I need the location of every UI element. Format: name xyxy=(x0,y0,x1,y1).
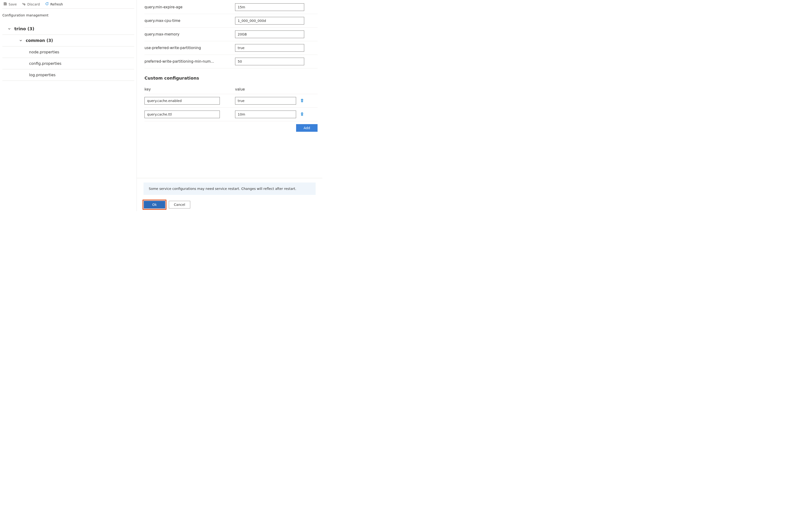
ok-button-highlight: Ok xyxy=(144,201,165,209)
kv-row xyxy=(144,94,318,108)
config-label: use-preferred-write-partitioning xyxy=(144,46,235,50)
custom-key-input[interactable] xyxy=(144,110,220,118)
tree-item-label: node.properties xyxy=(29,50,59,54)
undo-icon xyxy=(22,2,26,6)
config-row: preferred-write-partitioning-min-num... xyxy=(144,55,318,69)
refresh-button[interactable]: Refresh xyxy=(44,1,64,7)
discard-button[interactable]: Discard xyxy=(21,1,41,7)
left-panel: Save Discard Refresh Configuration manag… xyxy=(0,0,136,211)
add-button[interactable]: Add xyxy=(296,124,318,132)
chevron-down-icon xyxy=(8,27,11,30)
save-icon xyxy=(3,2,7,6)
config-row: query.max-cpu-time xyxy=(144,14,318,28)
save-button[interactable]: Save xyxy=(2,1,18,7)
trash-icon xyxy=(300,99,304,103)
toolbar: Save Discard Refresh xyxy=(2,1,134,9)
section-title: Configuration management xyxy=(2,13,134,17)
chevron-down-icon xyxy=(19,39,23,42)
refresh-icon xyxy=(45,2,49,6)
footer: Some service configurations may need ser… xyxy=(137,178,322,211)
tree-group-label: trino (3) xyxy=(14,26,34,31)
config-row: query.max-memory xyxy=(144,28,318,41)
refresh-label: Refresh xyxy=(50,2,63,6)
config-label: query.max-cpu-time xyxy=(144,18,235,23)
config-input-max-cpu-time[interactable] xyxy=(235,17,304,25)
discard-label: Discard xyxy=(27,2,40,6)
tree-group-label: common (3) xyxy=(26,38,53,43)
tree-item-config-properties[interactable]: config.properties xyxy=(2,58,134,69)
kv-header: key value xyxy=(144,85,318,94)
config-input-min-expire-age[interactable] xyxy=(235,3,304,11)
config-scroll[interactable]: query.min-expire-age query.max-cpu-time … xyxy=(137,0,322,178)
tree-item-node-properties[interactable]: node.properties xyxy=(2,46,134,58)
tree-group-common[interactable]: common (3) xyxy=(2,35,134,46)
config-input-preferred-write-min-num[interactable] xyxy=(235,58,304,65)
config-input-preferred-write-partitioning[interactable] xyxy=(235,44,304,52)
tree-item-label: config.properties xyxy=(29,61,61,66)
kv-header-value: value xyxy=(235,87,318,91)
ok-button[interactable]: Ok xyxy=(144,201,165,208)
config-input-max-memory[interactable] xyxy=(235,30,304,38)
kv-header-key: key xyxy=(144,87,235,91)
restart-banner: Some service configurations may need ser… xyxy=(144,182,316,195)
right-panel: query.min-expire-age query.max-cpu-time … xyxy=(136,0,322,211)
config-row: query.min-expire-age xyxy=(144,0,318,14)
cancel-button[interactable]: Cancel xyxy=(169,201,190,208)
custom-value-input[interactable] xyxy=(235,110,296,118)
tree-item-label: log.properties xyxy=(29,73,56,77)
delete-row-button[interactable] xyxy=(300,112,304,117)
config-label: preferred-write-partitioning-min-num... xyxy=(144,59,235,64)
config-label: query.min-expire-age xyxy=(144,5,235,9)
delete-row-button[interactable] xyxy=(300,99,304,103)
custom-value-input[interactable] xyxy=(235,97,296,105)
custom-key-input[interactable] xyxy=(144,97,220,105)
config-label: query.max-memory xyxy=(144,32,235,36)
trash-icon xyxy=(300,112,304,117)
save-label: Save xyxy=(9,2,17,6)
tree-item-log-properties[interactable]: log.properties xyxy=(2,69,134,81)
config-row: use-preferred-write-partitioning xyxy=(144,41,318,55)
config-tree: trino (3) common (3) node.properties con… xyxy=(2,23,134,81)
tree-group-trino[interactable]: trino (3) xyxy=(2,23,134,35)
custom-config-heading: Custom configurations xyxy=(144,75,318,80)
kv-row xyxy=(144,108,318,121)
